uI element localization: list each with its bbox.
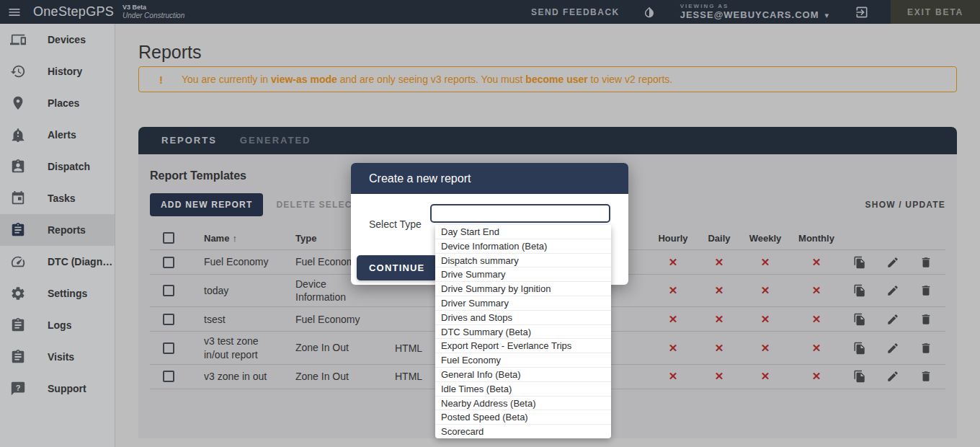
dropdown-option[interactable]: Driver Summary [435, 296, 611, 311]
dropdown-option[interactable]: Drives and Stops [435, 311, 611, 325]
continue-button[interactable]: CONTINUE [357, 255, 437, 280]
select-type-label: Select Type [369, 218, 422, 230]
dropdown-option[interactable]: DTC Summary (Beta) [435, 325, 611, 340]
dropdown-option[interactable]: Export Report - Everlance Trips [435, 339, 611, 353]
dropdown-option[interactable]: Scorecard [435, 425, 611, 438]
dropdown-option[interactable]: Idle Times (Beta) [435, 382, 611, 397]
select-type-input[interactable] [430, 204, 610, 223]
dropdown-option[interactable]: General Info (Beta) [435, 368, 611, 382]
report-type-dropdown: Day Start EndDevice Information (Beta)Di… [435, 225, 611, 438]
dropdown-option[interactable]: Day Start End [435, 225, 611, 239]
dropdown-option[interactable]: Dispatch summary [435, 254, 611, 268]
dropdown-option[interactable]: Drive Summary [435, 267, 611, 282]
dropdown-option[interactable]: Drive Summary by Ignition [435, 282, 611, 296]
dropdown-option[interactable]: Fuel Economy [435, 353, 611, 368]
dropdown-option[interactable]: Nearby Address (Beta) [435, 397, 611, 411]
dropdown-option[interactable]: Device Information (Beta) [435, 239, 611, 254]
modal-title: Create a new report [351, 163, 628, 194]
dropdown-option[interactable]: Posted Speed (Beta) [435, 410, 611, 425]
